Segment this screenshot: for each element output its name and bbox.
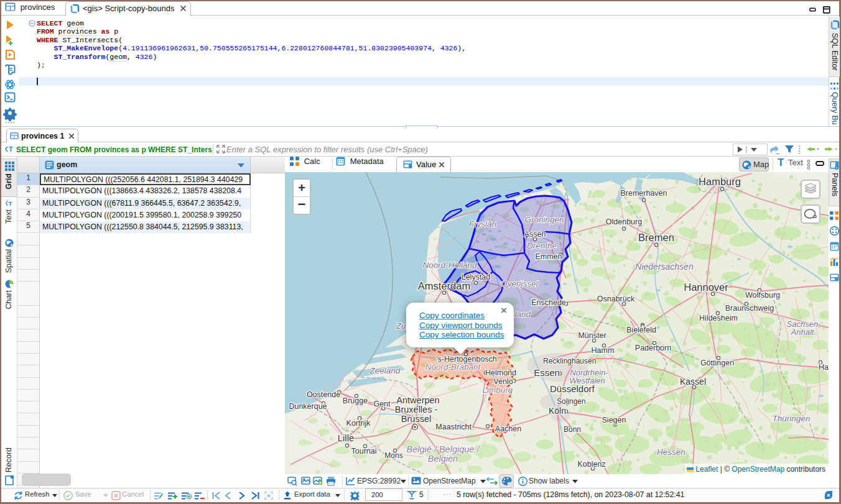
svg-text:Köln: Köln: [549, 406, 566, 416]
svg-text:Venlo: Venlo: [493, 377, 513, 386]
svg-text:Lelystad: Lelystad: [462, 273, 491, 282]
svg-text:Anhalt: Anhalt: [791, 328, 815, 337]
svg-text:Zeeland: Zeeland: [369, 366, 401, 375]
svg-text:Paderborn: Paderborn: [635, 344, 671, 352]
svg-text:Noord-Brabant: Noord-Brabant: [425, 362, 481, 372]
svg-text:Bremen: Bremen: [638, 232, 674, 243]
svg-text:Brugge: Brugge: [343, 396, 368, 405]
svg-text:België / Belgique /: België / Belgique /: [407, 444, 481, 454]
svg-text:Mons: Mons: [384, 451, 402, 460]
svg-text:Hildesheim: Hildesheim: [699, 314, 738, 323]
svg-text:Fryslân: Fryslân: [469, 219, 496, 229]
svg-text:Halle: Halle: [819, 363, 829, 372]
svg-text:Essen: Essen: [534, 367, 560, 378]
svg-text:Wolfsburg: Wolfsburg: [745, 291, 780, 300]
svg-text:Bielefeld: Bielefeld: [626, 326, 656, 334]
svg-text:Niedersachsen: Niedersachsen: [635, 262, 694, 272]
svg-text:Oostende: Oostende: [307, 390, 340, 399]
svg-text:Kassel: Kassel: [680, 377, 706, 387]
svg-text:Oldenburg: Oldenburg: [606, 218, 642, 226]
svg-text:Solingen: Solingen: [557, 397, 586, 406]
svg-text:Drenthe: Drenthe: [527, 241, 557, 250]
svg-text:Gent: Gent: [373, 400, 391, 408]
svg-text:Enschede: Enschede: [531, 298, 566, 307]
svg-text:Lille: Lille: [338, 433, 355, 443]
svg-text:Limburg: Limburg: [483, 385, 513, 395]
svg-text:Hamburg: Hamburg: [699, 176, 741, 187]
svg-text:Osnabrück: Osnabrück: [597, 295, 635, 303]
svg-text:Groningen: Groningen: [524, 215, 564, 224]
svg-text:Hessen: Hessen: [657, 447, 685, 457]
svg-text:Brussel: Brussel: [401, 414, 431, 424]
svg-text:Antwerpen: Antwerpen: [396, 395, 439, 405]
svg-text:Aachen: Aachen: [495, 424, 521, 433]
svg-text:Amsterdam: Amsterdam: [418, 280, 470, 291]
svg-text:Maastricht: Maastricht: [435, 423, 472, 431]
svg-text:Bonn: Bonn: [564, 425, 581, 434]
svg-text:Belgien: Belgien: [428, 454, 458, 464]
svg-text:Bruxelles -: Bruxelles -: [395, 405, 438, 415]
svg-text:Münster: Münster: [578, 331, 606, 340]
svg-text:Emmen: Emmen: [535, 252, 562, 261]
svg-text:T: T: [9, 145, 13, 153]
svg-text:Dunkerque: Dunkerque: [289, 402, 327, 411]
svg-text:Siegen: Siegen: [602, 416, 626, 424]
svg-text:Braunschweig: Braunschweig: [725, 304, 774, 313]
svg-text:T: T: [9, 200, 12, 207]
svg-text:Recklinghausen: Recklinghausen: [543, 357, 596, 365]
svg-text:Westfalen: Westfalen: [569, 376, 605, 385]
svg-text:Assen: Assen: [524, 230, 546, 239]
svg-text:Tournai: Tournai: [351, 447, 377, 456]
svg-text:Göttingen: Göttingen: [700, 359, 734, 367]
svg-text:Koblenz: Koblenz: [577, 460, 605, 469]
svg-text:Noord-Holland: Noord-Holland: [422, 260, 477, 270]
svg-text:Hamm: Hamm: [592, 346, 615, 355]
svg-text:Helmond: Helmond: [485, 369, 516, 377]
svg-text:Kortrijk: Kortrijk: [346, 419, 371, 428]
svg-text:Thüringen: Thüringen: [773, 414, 811, 423]
svg-text:Bremerhaven: Bremerhaven: [620, 189, 667, 198]
svg-text:Overijssel: Overijssel: [501, 279, 538, 288]
svg-text:Hannover: Hannover: [684, 282, 728, 293]
